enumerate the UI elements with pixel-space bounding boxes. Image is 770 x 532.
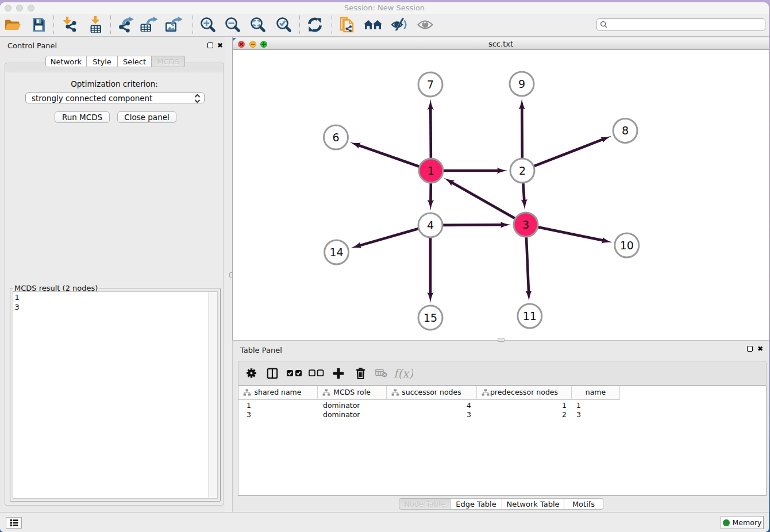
cell-predecessor-nodes[interactable]: 1 [477,401,572,410]
delete-table-button[interactable] [374,361,388,385]
close-panel-button[interactable]: Close panel [117,111,176,123]
table-settings-icon-svg [247,368,256,378]
network-canvas[interactable]: 1234678910111415 [232,50,769,340]
tab-network-table[interactable]: Network Table [502,498,564,510]
refresh-button[interactable] [307,14,322,36]
cell-shared-name[interactable]: 1 [238,401,318,410]
zoom-in-icon [200,17,216,33]
delete-row-button[interactable] [355,361,366,385]
table-panel-title: Table Panel [240,346,282,354]
cell-predecessor-nodes[interactable]: 2 [477,410,572,419]
edge-2-9[interactable] [522,108,522,160]
import-network-button[interactable] [62,14,79,36]
hide-panel-icon-svg [391,17,409,32]
criterion-select[interactable]: strongly connected component [25,92,205,103]
tab-edge-table[interactable]: Edge Table [451,498,502,510]
arrowhead-2-9 [519,98,525,109]
window-title: Session: New Session [0,3,769,12]
refresh-icon-svg [307,17,322,32]
column-header-MCDS-role[interactable]: MCDS role [318,386,387,399]
cell-shared-name[interactable]: 3 [238,410,318,419]
arrowhead-4-3 [500,222,511,228]
import-table-icon [87,16,103,33]
combo-arrows-icon [194,94,201,103]
add-column-button[interactable] [332,361,345,385]
cell-successor-nodes[interactable]: 3 [387,410,477,419]
zoom-fit-button[interactable] [250,14,266,36]
arrowhead-4-15 [427,292,433,303]
unselect-all-columns-button[interactable] [309,361,324,385]
mcds-result-line: 3 [15,303,218,313]
task-history-button[interactable] [6,517,22,529]
node-label-1: 1 [428,164,434,177]
cell-name[interactable]: 3 [572,410,620,419]
edge-3-11[interactable] [526,236,529,292]
edge-4-14[interactable] [360,228,420,245]
column-header-successor-nodes[interactable]: successor nodes [387,386,477,399]
horizontal-split-handle[interactable] [498,338,505,342]
memory-button[interactable]: Memory [721,516,764,529]
toolbar-separator [192,16,193,34]
split-columns-button[interactable] [266,361,279,385]
table-panel-close-button[interactable]: ✖ [757,346,763,352]
network-window-titlebar: scc.txt [232,37,769,50]
edge-1-6[interactable] [359,145,421,167]
table-row[interactable]: 1dominator411 [238,401,620,410]
tab-network[interactable]: Network [45,56,87,67]
copy-documents-button[interactable] [339,14,355,36]
tab-motifs[interactable]: Motifs [564,498,603,510]
function-builder-icon-svg: f(x) [392,367,413,380]
home-networks-button[interactable] [364,14,382,36]
mcds-result-scrollbar[interactable] [208,292,217,498]
open-file-button[interactable] [4,14,21,36]
tree-column-icon [322,389,330,396]
column-header-name[interactable]: name [572,386,620,399]
run-mcds-button[interactable]: Run MCDS [55,111,110,123]
column-header-shared-name[interactable]: shared name [238,386,318,399]
control-panel-close-button[interactable]: ✖ [217,43,223,48]
cell-MCDS-role[interactable]: dominator [318,410,387,419]
zoom-out-button[interactable] [225,14,241,36]
zoom-selected-button[interactable] [276,14,292,36]
column-header-predecessor-nodes[interactable]: predecessor nodes [477,386,572,399]
delete-row-icon [355,367,366,379]
edge-1-7[interactable] [430,109,431,160]
search-input[interactable] [610,20,761,30]
vertical-split-handle[interactable] [229,272,233,277]
save-session-button[interactable] [32,14,45,36]
select-all-columns-button[interactable] [286,361,302,385]
hide-panel-button[interactable] [391,14,409,36]
export-table-button[interactable] [140,14,157,36]
edge-2-3[interactable] [523,182,524,201]
show-panel-button[interactable] [417,14,434,36]
edge-3-1[interactable] [452,183,516,219]
edge-3-10[interactable] [537,227,603,241]
tab-style[interactable]: Style [87,56,118,67]
mcds-result-list[interactable]: 13 [13,291,218,499]
table-panel: Table Panel ✖ f(x) shared name MCDS role… [232,340,769,512]
table-panel-float-button[interactable] [747,346,753,352]
zoom-out-icon [225,17,241,33]
cell-successor-nodes[interactable]: 4 [387,401,477,410]
arrowhead-4-14 [351,242,361,248]
function-builder-button[interactable]: f(x) [392,361,413,385]
zoom-in-button[interactable] [200,14,216,36]
cell-MCDS-role[interactable]: dominator [318,401,387,410]
table-settings-button[interactable] [245,361,257,385]
import-table-button[interactable] [87,14,103,36]
search-box[interactable] [596,18,765,31]
export-image-button[interactable] [165,14,182,36]
tab-mcds[interactable]: MCDS [152,56,185,67]
main-toolbar [0,14,769,37]
control-panel-float-button[interactable] [207,43,213,48]
tab-node-table[interactable]: Node Table [399,498,451,510]
delete-table-icon-svg [375,369,387,377]
table-row[interactable]: 3dominator323 [238,410,620,419]
edge-4-3[interactable] [441,225,502,225]
mcds-result-lines: 13 [15,293,218,312]
node-label-4: 4 [427,219,434,232]
edge-2-8[interactable] [533,140,603,167]
export-network-button[interactable] [117,14,134,36]
tab-select[interactable]: Select [118,56,152,67]
cell-name[interactable]: 1 [572,401,620,410]
